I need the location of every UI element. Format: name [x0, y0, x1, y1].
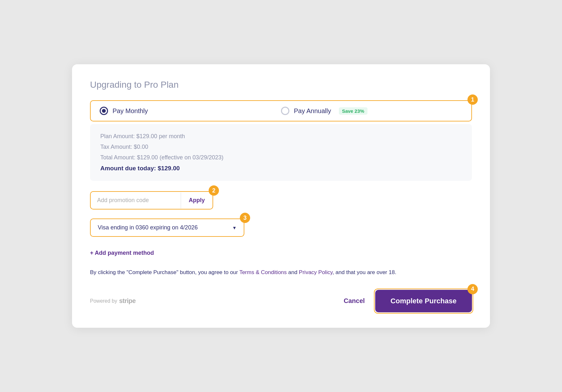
stripe-logo: stripe: [119, 297, 136, 305]
monthly-radio[interactable]: [100, 107, 108, 115]
terms-link[interactable]: Terms & Conditions: [239, 269, 286, 275]
annually-label: Pay Annually: [294, 107, 331, 115]
complete-btn-wrapper: Complete Purchase 4: [375, 290, 472, 312]
payment-select-text: Visa ending in 0360 expiring on 4/2026: [98, 224, 229, 231]
pay-monthly-option[interactable]: Pay Monthly: [100, 107, 281, 115]
payment-select[interactable]: Visa ending in 0360 expiring on 4/2026 ▼: [90, 218, 244, 237]
step-badge-4: 4: [467, 284, 478, 294]
step-badge-1: 1: [467, 94, 478, 105]
powered-by-text: Powered by: [90, 298, 117, 304]
powered-by: Powered by stripe: [90, 297, 136, 305]
promo-section: Apply 2: [90, 191, 213, 209]
amount-due-row: Amount due today: $129.00: [100, 165, 462, 172]
save-badge: Save 23%: [339, 107, 367, 115]
add-payment-button[interactable]: + Add payment method: [90, 250, 154, 256]
privacy-link[interactable]: Privacy Policy: [299, 269, 333, 275]
dropdown-arrow-icon: ▼: [232, 225, 237, 230]
complete-purchase-button[interactable]: Complete Purchase: [375, 290, 472, 312]
billing-toggle-section: Pay Monthly Pay Annually Save 23% 1: [90, 100, 472, 121]
purchase-modal: Upgrading to Pro Plan Pay Monthly Pay An…: [72, 64, 490, 327]
footer: Powered by stripe Cancel Complete Purcha…: [90, 290, 472, 312]
plan-details-section: Plan Amount: $129.00 per month Tax Amoun…: [90, 124, 472, 181]
step-badge-2: 2: [209, 185, 219, 196]
step-badge-3: 3: [240, 213, 250, 223]
pay-annually-option[interactable]: Pay Annually Save 23%: [281, 107, 462, 115]
promo-code-input[interactable]: [91, 192, 181, 209]
cancel-button[interactable]: Cancel: [344, 297, 365, 305]
page-title: Upgrading to Pro Plan: [90, 80, 472, 90]
monthly-label: Pay Monthly: [113, 107, 148, 115]
annually-radio[interactable]: [281, 107, 289, 115]
footer-actions: Cancel Complete Purchase 4: [344, 290, 472, 312]
legal-text: By clicking the "Complete Purchase" butt…: [90, 268, 472, 277]
payment-method-section: Visa ending in 0360 expiring on 4/2026 ▼…: [90, 218, 244, 237]
legal-text-middle: and: [287, 269, 299, 275]
tax-amount-row: Tax Amount: $0.00: [100, 144, 462, 150]
legal-text-after: , and that you are over 18.: [332, 269, 396, 275]
legal-text-before: By clicking the "Complete Purchase" butt…: [90, 269, 239, 275]
plan-amount-row: Plan Amount: $129.00 per month: [100, 133, 462, 140]
apply-button[interactable]: Apply: [181, 192, 213, 209]
billing-toggle: Pay Monthly Pay Annually Save 23%: [90, 100, 472, 121]
promo-input-container: Apply: [90, 191, 213, 209]
total-amount-row: Total Amount: $129.00 (effective on 03/2…: [100, 154, 462, 161]
